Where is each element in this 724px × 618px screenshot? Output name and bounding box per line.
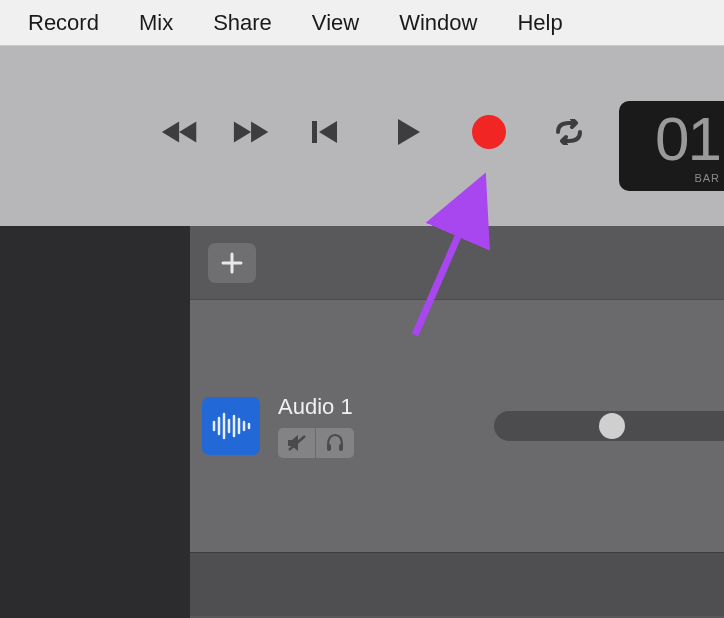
play-button[interactable] (388, 111, 430, 153)
plus-icon (221, 252, 243, 274)
record-button[interactable] (468, 111, 510, 153)
track-header-row (190, 226, 724, 300)
cycle-icon (552, 119, 586, 145)
audio-track-icon (202, 397, 260, 455)
volume-knob[interactable] (599, 413, 625, 439)
menu-help[interactable]: Help (497, 10, 582, 36)
svg-rect-11 (339, 444, 343, 451)
svg-rect-0 (312, 121, 317, 143)
go-to-start-icon (310, 118, 340, 146)
add-track-button[interactable] (208, 243, 256, 283)
track-meta: Audio 1 (278, 394, 354, 458)
headphones-button[interactable] (316, 428, 354, 458)
track-buttons (278, 428, 354, 458)
lcd-bar-label: BAR (694, 172, 720, 184)
play-icon (395, 117, 423, 147)
transport-controls (160, 111, 590, 153)
rewind-icon (160, 118, 202, 146)
track-row[interactable]: Audio 1 (190, 300, 724, 552)
menu-mix[interactable]: Mix (119, 10, 193, 36)
go-to-start-button[interactable] (304, 111, 346, 153)
headphones-icon (324, 433, 346, 453)
cycle-button[interactable] (548, 111, 590, 153)
record-icon (472, 115, 506, 149)
track-bottom-spacer (190, 552, 724, 616)
menubar: Record Mix Share View Window Help (0, 0, 724, 46)
transport-bar: 01 BAR (0, 46, 724, 226)
mute-button[interactable] (278, 428, 316, 458)
menu-record[interactable]: Record (8, 10, 119, 36)
forward-icon (232, 118, 274, 146)
track-sidebar (0, 226, 190, 618)
forward-button[interactable] (232, 111, 274, 153)
menu-view[interactable]: View (292, 10, 379, 36)
lcd-display[interactable]: 01 BAR (619, 101, 724, 191)
lcd-bar-value: 01 (655, 108, 720, 170)
track-list: Audio 1 (190, 226, 724, 618)
tracks-area: Audio 1 (0, 226, 724, 618)
track-name-label: Audio 1 (278, 394, 354, 420)
mute-icon (286, 433, 308, 453)
rewind-button[interactable] (160, 111, 202, 153)
menu-share[interactable]: Share (193, 10, 292, 36)
volume-slider[interactable] (494, 411, 724, 441)
menu-window[interactable]: Window (379, 10, 497, 36)
svg-rect-10 (327, 444, 331, 451)
waveform-icon (210, 411, 252, 441)
